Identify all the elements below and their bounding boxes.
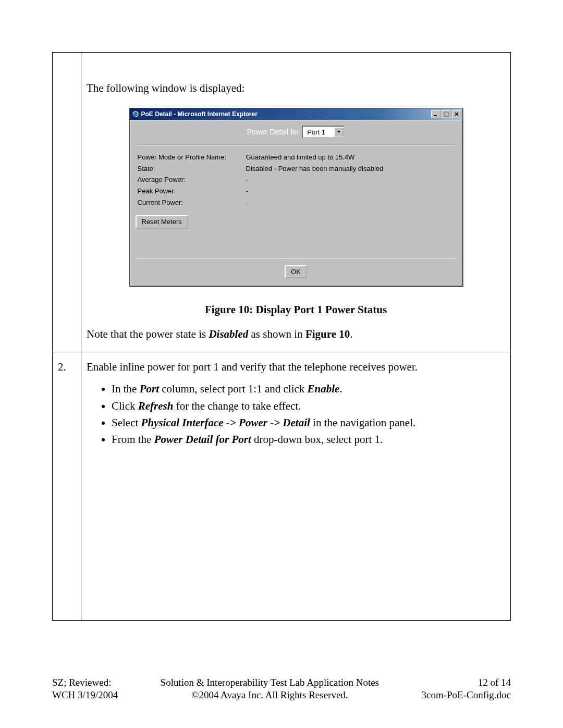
figure-caption: Figure 10: Display Port 1 Power Status — [87, 302, 505, 317]
footer-copyright: ©2004 Avaya Inc. All Rights Reserved. — [161, 689, 379, 702]
table-row: Peak Power: - — [136, 186, 457, 197]
step-content-cell: Enable inline power for port 1 and verif… — [81, 352, 511, 620]
note-line: Note that the power state is Disabled as… — [87, 327, 505, 341]
ie-app-icon — [132, 110, 139, 118]
close-button[interactable] — [452, 110, 461, 118]
footer-reviewed: SZ; Reviewed: — [52, 676, 118, 689]
reset-meters-button[interactable]: Reset Meters — [136, 215, 188, 229]
footer-left: SZ; Reviewed: WCH 3/19/2004 — [52, 676, 118, 702]
window-titlebar[interactable]: PoE Detail - Microsoft Internet Explorer — [130, 108, 462, 120]
step-number-cell — [53, 53, 81, 352]
list-item: Click Refresh for the change to take eff… — [112, 399, 505, 413]
note-figure-ref: Figure 10 — [305, 328, 350, 340]
note-text: . — [350, 328, 352, 340]
step-number-cell: 2. — [53, 352, 81, 620]
table-row: 2. Enable inline power for port 1 and ve… — [53, 352, 511, 620]
svg-rect-2 — [444, 112, 448, 116]
current-power-label: Current Power: — [136, 197, 244, 208]
table-row: Power Mode or Profile Name: Guaranteed a… — [136, 152, 457, 163]
list-item: From the Power Detail for Port drop-down… — [112, 432, 505, 447]
avg-power-label: Average Power: — [136, 174, 244, 186]
poe-detail-window: PoE Detail - Microsoft Internet Explorer — [129, 108, 463, 287]
footer-date: WCH 3/19/2004 — [52, 689, 118, 702]
window-title: PoE Detail - Microsoft Internet Explorer — [141, 110, 431, 118]
step2-intro: Enable inline power for port 1 and verif… — [87, 360, 505, 374]
list-item: In the Port column, select port 1:1 and … — [112, 381, 505, 396]
peak-power-value: - — [244, 186, 457, 197]
ok-button[interactable]: OK — [285, 265, 307, 279]
step-content-cell: The following window is displayed: PoE D… — [81, 53, 511, 352]
note-disabled: Disabled — [209, 328, 248, 340]
detail-section: Power Mode or Profile Name: Guaranteed a… — [136, 144, 457, 232]
note-text: Note that the power state is — [87, 328, 209, 340]
peak-power-label: Peak Power: — [136, 186, 244, 197]
power-detail-label: Power Detail for — [247, 127, 299, 137]
detail-table: Power Mode or Profile Name: Guaranteed a… — [136, 152, 457, 208]
port-dropdown[interactable]: Port 1 — [302, 126, 345, 138]
list-item: Select Physical Interface -> Power -> De… — [112, 415, 505, 430]
footer-center: Solution & Interoperability Test Lab App… — [161, 676, 379, 702]
table-row: Average Power: - — [136, 174, 457, 186]
step2-bullets: In the Port column, select port 1:1 and … — [101, 381, 505, 447]
avg-power-value: - — [244, 174, 457, 186]
instruction-table: The following window is displayed: PoE D… — [52, 52, 511, 621]
port-dropdown-value: Port 1 — [303, 128, 334, 137]
footer-page-number: 12 of 14 — [421, 676, 511, 689]
note-text: as shown in — [248, 328, 305, 340]
ok-row: OK — [136, 258, 457, 279]
maximize-button[interactable] — [442, 110, 451, 118]
table-row: The following window is displayed: PoE D… — [53, 53, 511, 352]
table-row: Current Power: - — [136, 197, 457, 208]
state-label: State: — [136, 163, 244, 175]
footer-filename: 3com-PoE-Config.doc — [421, 689, 511, 702]
svg-rect-1 — [434, 115, 437, 116]
power-detail-header: Power Detail for Port 1 — [136, 124, 457, 143]
intro-text: The following window is displayed: — [87, 81, 505, 95]
footer-right: 12 of 14 3com-PoE-Config.doc — [421, 676, 511, 702]
chevron-down-icon[interactable] — [334, 127, 344, 137]
minimize-button[interactable] — [431, 110, 440, 118]
state-value: Disabled - Power has been manually disab… — [244, 163, 457, 175]
power-mode-value: Guaranteed and limited up to 15.4W — [244, 152, 457, 163]
footer-title: Solution & Interoperability Test Lab App… — [161, 676, 379, 689]
document-page: The following window is displayed: PoE D… — [0, 0, 563, 728]
svg-point-0 — [132, 111, 139, 117]
page-footer: SZ; Reviewed: WCH 3/19/2004 Solution & I… — [52, 676, 511, 702]
window-body: Power Detail for Port 1 — [130, 120, 462, 286]
power-mode-label: Power Mode or Profile Name: — [136, 152, 244, 163]
current-power-value: - — [244, 197, 457, 208]
table-row: State: Disabled - Power has been manuall… — [136, 163, 457, 175]
